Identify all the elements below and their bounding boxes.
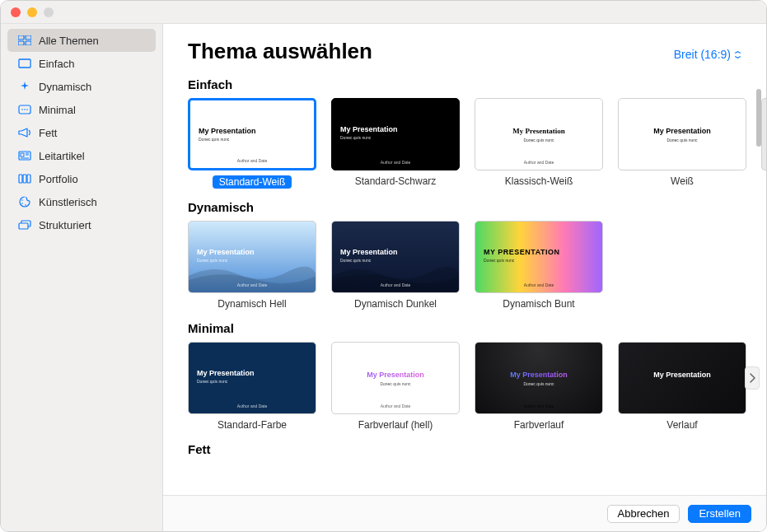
theme-thumbnail[interactable]: My PresentationDonec quis nuncAuthor and… [331, 342, 460, 414]
cancel-button[interactable]: Abbrechen [607, 505, 680, 523]
theme-row: My PresentationDonec quis nuncAuthor and… [188, 342, 766, 431]
theme-name: Weiß [671, 175, 694, 187]
window-minimize-button[interactable] [27, 7, 37, 17]
sidebar-item-label: Alle Themen [39, 35, 99, 47]
theme-dynamisch-bunt[interactable]: MY PRESENTATIONDonec quis nuncAuthor and… [475, 221, 603, 310]
thumb-subtitle: Donec quis nunc [484, 258, 560, 263]
svg-rect-3 [26, 41, 31, 45]
theme-thumbnail[interactable]: My PresentationDonec quis nuncAuthor and… [475, 98, 603, 170]
grid-icon [17, 35, 32, 46]
theme-standard-schwarz[interactable]: My PresentationDonec quis nuncAuthor and… [331, 98, 460, 189]
sidebar-item-dynamisch[interactable]: Dynamisch [7, 75, 156, 98]
theme-thumbnail[interactable]: My PresentationDonec quis nunc [618, 98, 746, 170]
theme-dynamisch-dunkel[interactable]: My PresentationDonec quis nuncAuthor and… [331, 221, 460, 310]
theme-content: EinfachMy PresentationDonec quis nuncAut… [163, 66, 766, 495]
chevron-right-icon [749, 373, 755, 383]
dots-icon [17, 104, 32, 115]
rectangle-icon [17, 58, 32, 69]
thumb-author: Author and Date [475, 282, 602, 287]
window-close-button[interactable] [11, 7, 21, 17]
svg-rect-1 [26, 35, 31, 40]
section-title: Dynamisch [188, 200, 766, 214]
section-fett: Fett [188, 442, 766, 463]
thumb-author: Author and Date [332, 404, 459, 408]
svg-point-8 [26, 109, 28, 110]
svg-rect-14 [19, 175, 22, 183]
partial-next-theme[interactable] [761, 98, 766, 170]
theme-wei-[interactable]: My PresentationDonec quis nuncWeiß [618, 98, 746, 189]
theme-thumbnail[interactable]: My Presentation [618, 342, 746, 414]
svg-rect-15 [23, 175, 26, 183]
thumb-author: Author and Date [189, 404, 316, 408]
thumb-subtitle: Donec quis nunc [340, 258, 398, 263]
sidebar-item-leitartikel[interactable]: Leitartikel [7, 144, 156, 167]
theme-row: My PresentationDonec quis nuncAuthor and… [188, 98, 766, 189]
section-minimal: MinimalMy PresentationDonec quis nuncAut… [188, 321, 766, 431]
thumb-author: Author and Date [475, 160, 602, 165]
svg-rect-2 [18, 41, 24, 45]
sidebar-item-alle-themen[interactable]: Alle Themen [7, 29, 156, 52]
thumb-title: My Presentation [475, 371, 602, 379]
theme-standard-farbe[interactable]: My PresentationDonec quis nuncAuthor and… [188, 342, 316, 431]
footer: Abbrechen Erstellen [163, 495, 766, 531]
sidebar-item-label: Künstlerisch [39, 196, 97, 208]
window-body: Alle ThemenEinfachDynamischMinimalFettLe… [1, 24, 766, 531]
thumb-subtitle: Donec quis nunc [197, 258, 255, 263]
thumb-title: My Presentation [340, 125, 398, 133]
thumb-title: My Presentation [619, 127, 746, 135]
section-dynamisch: DynamischMy PresentationDonec quis nuncA… [188, 200, 766, 310]
theme-klassisch-wei-[interactable]: My PresentationDonec quis nuncAuthor and… [475, 98, 603, 189]
row-next-arrow[interactable] [745, 366, 760, 390]
theme-thumbnail[interactable]: My PresentationDonec quis nuncAuthor and… [331, 98, 460, 170]
sidebar-item-label: Strukturiert [39, 219, 91, 231]
create-button[interactable]: Erstellen [688, 505, 751, 523]
thumb-subtitle: Donec quis nunc [332, 381, 459, 386]
svg-rect-0 [18, 35, 24, 40]
thumb-title: My Presentation [475, 127, 602, 135]
sidebar-item-einfach[interactable]: Einfach [7, 52, 156, 75]
sidebar-item-label: Leitartikel [39, 150, 85, 162]
theme-thumbnail[interactable]: My PresentationDonec quis nuncAuthor and… [331, 221, 460, 293]
thumb-title: My Presentation [332, 371, 459, 379]
svg-rect-4 [19, 59, 30, 68]
thumb-subtitle: Donec quis nunc [475, 381, 602, 386]
theme-farbverlauf[interactable]: My PresentationDonec quis nuncAuthor and… [475, 342, 603, 431]
theme-name: Verlauf [666, 419, 697, 431]
svg-rect-16 [27, 175, 30, 183]
svg-point-7 [24, 109, 26, 110]
theme-thumbnail[interactable]: My PresentationDonec quis nuncAuthor and… [188, 221, 316, 293]
section-title: Fett [188, 442, 766, 456]
theme-name: Farbverlauf (hell) [358, 419, 433, 431]
theme-thumbnail[interactable]: My PresentationDonec quis nuncAuthor and… [188, 342, 316, 414]
sidebar-item-strukturiert[interactable]: Strukturiert [7, 213, 156, 236]
thumb-subtitle: Donec quis nunc [199, 137, 256, 142]
sidebar-item-portfolio[interactable]: Portfolio [7, 167, 156, 190]
sidebar: Alle ThemenEinfachDynamischMinimalFettLe… [1, 24, 163, 531]
article-icon [17, 150, 32, 161]
aspect-ratio-dropdown[interactable]: Breit (16:9) [674, 48, 741, 61]
scrollbar-thumb[interactable] [756, 89, 761, 147]
sidebar-item-minimal[interactable]: Minimal [7, 98, 156, 121]
thumb-subtitle: Donec quis nunc [619, 138, 746, 142]
thumb-title: My Presentation [197, 369, 255, 377]
thumb-author: Author and Date [332, 160, 459, 165]
layers-icon [17, 219, 32, 231]
theme-thumbnail[interactable]: MY PRESENTATIONDonec quis nuncAuthor and… [475, 221, 603, 293]
theme-thumbnail[interactable]: My PresentationDonec quis nuncAuthor and… [475, 342, 603, 414]
theme-name: Standard-Schwarz [355, 175, 437, 187]
window-zoom-button [44, 7, 54, 17]
theme-name: Standard-Farbe [217, 419, 287, 431]
sidebar-item-label: Portfolio [39, 173, 78, 185]
theme-name: Klassisch-Weiß [505, 175, 573, 187]
theme-farbverlauf-hell-[interactable]: My PresentationDonec quis nuncAuthor and… [331, 342, 460, 431]
sidebar-item-künstlerisch[interactable]: Künstlerisch [7, 190, 156, 213]
sidebar-item-fett[interactable]: Fett [7, 121, 156, 144]
thumb-subtitle: Donec quis nunc [475, 138, 602, 142]
theme-name: Standard-Weiß [213, 175, 292, 189]
theme-thumbnail[interactable]: My PresentationDonec quis nuncAuthor and… [188, 98, 316, 170]
aspect-ratio-label: Breit (16:9) [674, 48, 731, 61]
theme-dynamisch-hell[interactable]: My PresentationDonec quis nuncAuthor and… [188, 221, 316, 310]
theme-standard-wei-[interactable]: My PresentationDonec quis nuncAuthor and… [188, 98, 316, 189]
svg-rect-12 [21, 153, 24, 156]
theme-verlauf[interactable]: My PresentationVerlauf [618, 342, 746, 431]
